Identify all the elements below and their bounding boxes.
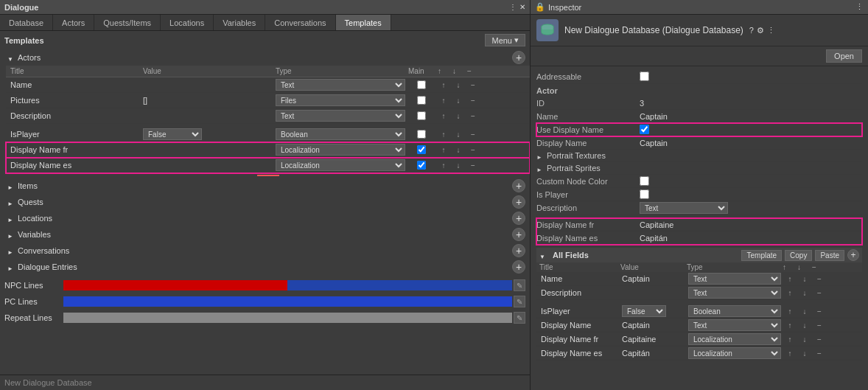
tab-variables[interactable]: Variables <box>214 15 265 30</box>
af-type-displayname-fr-select[interactable]: Localization <box>688 333 781 345</box>
af-up-isplayer[interactable] <box>783 307 797 316</box>
af-up-displayname-fr[interactable] <box>783 335 797 344</box>
close-icon[interactable]: ✕ <box>519 3 525 11</box>
field-up-display-name-es[interactable] <box>436 161 451 170</box>
field-remove-name[interactable] <box>466 81 480 89</box>
field-remove-isplayer[interactable] <box>466 130 480 139</box>
field-type-isplayer-select[interactable]: Boolean <box>276 128 405 140</box>
portrait-textures-header[interactable]: Portrait Textures <box>536 150 862 162</box>
af-remove-name[interactable] <box>812 275 827 283</box>
locations-header[interactable]: Locations <box>4 212 55 224</box>
field-remove-pictures[interactable] <box>466 97 480 105</box>
npc-lines-bar <box>63 280 512 290</box>
field-remove-description[interactable] <box>466 112 480 120</box>
af-remove-displayname[interactable] <box>812 321 827 330</box>
all-fields-add-button[interactable]: + <box>847 249 859 261</box>
items-add-button[interactable]: + <box>512 179 525 192</box>
field-down-name[interactable] <box>451 81 466 89</box>
all-fields-expand[interactable] <box>539 251 547 259</box>
field-type-display-name-fr-select[interactable]: Localization <box>276 144 405 156</box>
af-down-description[interactable] <box>797 289 812 297</box>
actors-add-button[interactable]: + <box>512 51 525 64</box>
actors-section-header[interactable]: Actors <box>4 52 43 63</box>
af-remove-description[interactable] <box>812 289 827 297</box>
items-header[interactable]: Items <box>4 180 41 192</box>
field-down-isplayer[interactable] <box>451 130 466 139</box>
is-player-checkbox[interactable] <box>640 189 649 199</box>
af-isplayer-value-select[interactable]: False <box>622 305 666 317</box>
paste-button[interactable]: Paste <box>815 250 844 261</box>
pc-lines-edit-icon[interactable]: ✎ <box>514 296 525 307</box>
field-main-display-name-es-checkbox[interactable] <box>417 161 426 170</box>
description-type-select[interactable]: Text <box>640 202 728 214</box>
field-up-name[interactable] <box>436 81 451 89</box>
dialogue-entries-add-button[interactable]: + <box>512 260 525 274</box>
field-down-display-name-fr[interactable] <box>451 146 466 154</box>
af-up-description[interactable] <box>783 289 797 297</box>
dots2-icon[interactable]: ⋮ <box>767 26 775 35</box>
field-type-description-select[interactable]: Text <box>276 110 405 122</box>
field-up-pictures[interactable] <box>436 97 451 105</box>
af-type-displayname-es-select[interactable]: Localization <box>688 347 781 359</box>
af-up-displayname-es[interactable] <box>783 349 797 358</box>
field-remove-display-name-es[interactable] <box>466 161 480 170</box>
field-up-description[interactable] <box>436 112 451 120</box>
af-up-displayname[interactable] <box>783 321 797 330</box>
repeat-lines-edit-icon[interactable]: ✎ <box>514 312 525 324</box>
use-display-name-checkbox[interactable] <box>640 125 649 134</box>
af-down-isplayer[interactable] <box>797 307 812 316</box>
copy-button[interactable]: Copy <box>785 250 812 261</box>
field-type-pictures-select[interactable]: Files <box>276 94 405 106</box>
af-remove-displayname-fr[interactable] <box>812 335 827 344</box>
template-button[interactable]: Template <box>741 250 782 261</box>
af-type-name-select[interactable]: Text <box>688 273 781 285</box>
field-remove-display-name-fr[interactable] <box>466 146 480 154</box>
af-down-displayname[interactable] <box>797 321 812 330</box>
conversations-add-button[interactable]: + <box>512 244 525 257</box>
addressable-checkbox[interactable] <box>640 72 649 81</box>
tab-database[interactable]: Database <box>0 15 53 30</box>
custom-node-color-checkbox[interactable] <box>640 176 649 186</box>
locations-add-button[interactable]: + <box>512 212 525 225</box>
af-remove-isplayer[interactable] <box>812 307 827 316</box>
field-up-display-name-fr[interactable] <box>436 146 451 154</box>
af-type-displayname-select[interactable]: Text <box>688 319 781 331</box>
af-up-name[interactable] <box>783 275 797 283</box>
tab-templates[interactable]: Templates <box>336 15 391 30</box>
variables-header[interactable]: Variables <box>4 229 54 240</box>
af-down-name[interactable] <box>797 275 812 283</box>
field-main-display-name-fr-checkbox[interactable] <box>417 145 426 154</box>
settings-icon[interactable]: ⚙ <box>757 26 764 35</box>
af-down-displayname-fr[interactable] <box>797 335 812 344</box>
quests-add-button[interactable]: + <box>512 195 525 209</box>
field-main-pictures-checkbox[interactable] <box>417 96 426 105</box>
help-icon[interactable]: ? <box>749 26 754 35</box>
field-main-description-checkbox[interactable] <box>417 111 426 120</box>
variables-add-button[interactable]: + <box>512 228 525 241</box>
tab-conversations[interactable]: Conversations <box>265 15 335 30</box>
open-button[interactable]: Open <box>826 49 862 63</box>
af-type-isplayer-select[interactable]: Boolean <box>688 305 781 317</box>
quests-header[interactable]: Quests <box>4 196 46 208</box>
field-type-name-select[interactable]: Text <box>276 79 405 91</box>
af-down-displayname-es[interactable] <box>797 349 812 358</box>
field-main-name-checkbox[interactable] <box>417 80 426 89</box>
af-remove-displayname-es[interactable] <box>812 349 827 358</box>
tab-quests-items[interactable]: Quests/Items <box>94 15 161 30</box>
npc-lines-edit-icon[interactable]: ✎ <box>514 279 525 291</box>
field-down-description[interactable] <box>451 112 466 120</box>
field-type-display-name-es-select[interactable]: Localization <box>276 159 405 171</box>
dialogue-entries-header[interactable]: Dialogue Entries <box>4 261 80 273</box>
field-type-isplayer: Boolean <box>274 128 407 141</box>
field-isplayer-value-select[interactable]: False <box>143 128 202 140</box>
tab-locations[interactable]: Locations <box>161 15 214 30</box>
field-down-display-name-es[interactable] <box>451 161 466 170</box>
af-type-description-select[interactable]: Text <box>688 287 781 299</box>
field-down-pictures[interactable] <box>451 97 466 105</box>
portrait-sprites-header[interactable]: Portrait Sprites <box>536 162 862 175</box>
tab-actors[interactable]: Actors <box>53 15 94 30</box>
conversations-header[interactable]: Conversations <box>4 245 72 257</box>
field-up-isplayer[interactable] <box>436 130 451 139</box>
menu-button[interactable]: Menu ▾ <box>485 34 525 46</box>
field-main-isplayer-checkbox[interactable] <box>417 130 426 139</box>
